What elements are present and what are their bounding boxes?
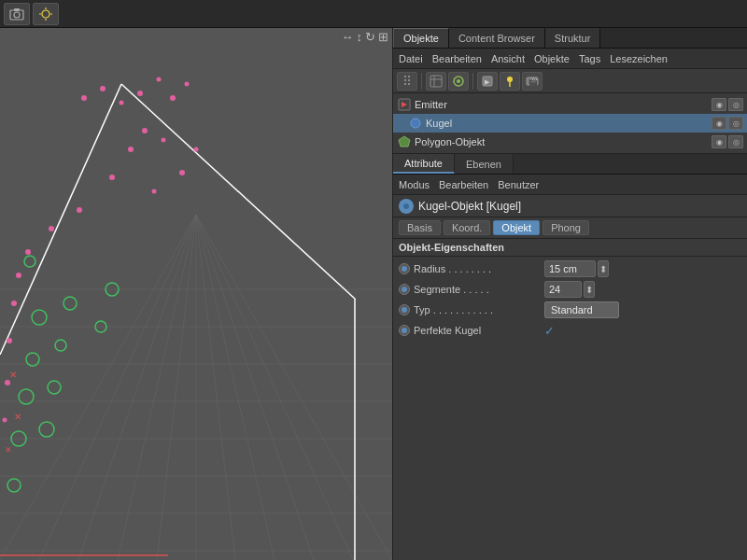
attr-properties: Radius . . . . . . . . ⬍ Segmente . . . …: [393, 257, 747, 560]
toolbar-icon-5[interactable]: 🎬: [522, 72, 543, 91]
kugel-lock-btn[interactable]: ◎: [728, 117, 743, 130]
menu-objekte[interactable]: Objekte: [534, 53, 570, 64]
tab-attribute[interactable]: Attribute: [393, 154, 455, 174]
move-icon[interactable]: ↔: [342, 30, 354, 44]
toolbar-icon-4[interactable]: [500, 72, 520, 91]
svg-point-89: [403, 203, 409, 209]
prop-perfekte-kugel-radio[interactable]: [399, 325, 410, 336]
toolbar-icon-1[interactable]: [426, 72, 446, 91]
svg-point-49: [7, 338, 12, 343]
tab-objekte[interactable]: Objekte: [393, 28, 449, 48]
tree-item-emitter[interactable]: Emitter ◉ ◎: [393, 95, 747, 114]
svg-point-40: [179, 170, 185, 175]
svg-point-42: [109, 175, 115, 180]
tree-item-kugel[interactable]: Kugel ◉ ◎: [393, 114, 747, 133]
attr-title-row: Kugel-Objekt [Kugel]: [393, 195, 747, 217]
svg-text:🎬: 🎬: [529, 77, 538, 86]
prop-typ-label: Typ . . . . . . . . . . .: [414, 304, 544, 315]
svg-rect-69: [404, 79, 406, 81]
svg-point-45: [49, 226, 54, 231]
subtab-basis[interactable]: Basis: [399, 220, 441, 235]
prop-typ-dropdown[interactable]: Standard: [544, 301, 619, 318]
polygon-vis-btn[interactable]: ◉: [712, 135, 726, 148]
toolbar-sep-1: [421, 73, 422, 90]
polygon-icon: [397, 134, 412, 149]
attr-menu-modus[interactable]: Modus: [399, 179, 430, 190]
prop-radius-radio[interactable]: [399, 263, 410, 274]
menu-datei[interactable]: Datei: [399, 53, 423, 64]
tab-ebenen[interactable]: Ebenen: [455, 154, 514, 174]
svg-text:✕: ✕: [14, 412, 21, 422]
attr-subtabs: Basis Koord. Objekt Phong: [393, 217, 747, 239]
prop-perfekte-kugel-row: Perfekte Kugel ✓: [393, 320, 747, 341]
svg-rect-71: [404, 83, 406, 85]
svg-point-34: [157, 77, 162, 82]
menu-ansicht[interactable]: Ansicht: [491, 53, 525, 64]
svg-point-80: [507, 77, 513, 82]
attr-title-icon: [399, 199, 414, 214]
subtab-koord[interactable]: Koord.: [444, 220, 490, 235]
panel-menubar: Datei Bearbeiten Ansicht Objekte Tags Le…: [393, 49, 747, 69]
attr-tabs: Attribute Ebenen: [393, 154, 747, 175]
svg-point-77: [457, 79, 460, 83]
subtab-phong[interactable]: Phong: [543, 220, 589, 235]
emitter-label: Emitter: [415, 99, 712, 110]
attr-menu-benutzer[interactable]: Benutzer: [498, 179, 539, 190]
svg-point-50: [5, 380, 10, 385]
svg-rect-67: [404, 76, 406, 77]
svg-point-30: [81, 95, 87, 101]
emitter-icon: [397, 97, 412, 112]
polygon-lock-btn[interactable]: ◎: [728, 135, 743, 148]
attr-menu-bearbeiten[interactable]: Bearbeiten: [439, 179, 488, 190]
menu-lesezeichen[interactable]: Lesezeichen: [610, 53, 668, 64]
rotate-icon[interactable]: ↻: [365, 30, 375, 44]
svg-point-44: [77, 207, 82, 213]
viewport[interactable]: ✕ ✕ ✕ ↔ ↕ ↻ ⊞: [0, 28, 392, 560]
attr-panel: Modus Bearbeiten Benutzer Kugel-Objekt […: [393, 175, 747, 560]
svg-point-86: [411, 119, 420, 128]
menu-bearbeiten[interactable]: Bearbeiten: [432, 53, 482, 64]
prop-radius-input[interactable]: [544, 260, 596, 277]
emitter-actions: ◉ ◎: [712, 98, 743, 111]
prop-segmente-input[interactable]: [544, 281, 582, 298]
svg-point-46: [25, 249, 31, 255]
toolbar-icon-3[interactable]: ▶: [477, 72, 498, 91]
svg-point-41: [194, 147, 199, 152]
light-icon-btn[interactable]: [33, 3, 59, 25]
kugel-label: Kugel: [426, 118, 712, 129]
svg-point-39: [128, 147, 134, 152]
svg-point-37: [142, 128, 148, 133]
attr-title: Kugel-Objekt [Kugel]: [418, 200, 521, 213]
prop-typ-radio[interactable]: [399, 304, 410, 315]
tree-item-polygon[interactable]: Polygon-Objekt ◉ ◎: [393, 133, 747, 151]
tab-struktur[interactable]: Struktur: [545, 28, 601, 48]
kugel-vis-btn[interactable]: ◉: [712, 117, 726, 130]
polygon-actions: ◉ ◎: [712, 135, 743, 148]
svg-point-38: [162, 138, 166, 143]
svg-text:✕: ✕: [5, 445, 12, 455]
prop-perfekte-kugel-check[interactable]: ✓: [544, 324, 555, 338]
grid-icon[interactable]: ⊞: [378, 30, 388, 44]
camera-icon-btn[interactable]: [4, 3, 30, 25]
menu-tags[interactable]: Tags: [579, 53, 600, 64]
attr-section-title: Objekt-Eigenschaften: [393, 239, 747, 257]
svg-point-36: [185, 82, 190, 87]
svg-point-43: [152, 189, 157, 194]
toolbar-icon-2[interactable]: [448, 72, 469, 91]
attr-menubar: Modus Bearbeiten Benutzer: [393, 175, 747, 195]
subtab-objekt[interactable]: Objekt: [493, 220, 540, 235]
prop-typ-value-text: Standard: [551, 304, 593, 315]
prop-perfekte-kugel-label: Perfekte Kugel: [414, 325, 544, 336]
svg-point-47: [16, 273, 21, 278]
prop-radius-spinner[interactable]: ⬍: [598, 260, 609, 277]
svg-point-31: [100, 86, 106, 91]
svg-rect-68: [408, 76, 410, 77]
toolbar-sep-2: [472, 73, 473, 90]
pan-icon[interactable]: ↕: [357, 30, 363, 44]
emitter-vis-btn[interactable]: ◉: [712, 98, 726, 111]
prop-segmente-spinner[interactable]: ⬍: [584, 281, 595, 298]
tab-content-browser[interactable]: Content Browser: [449, 28, 545, 48]
emitter-lock-btn[interactable]: ◎: [728, 98, 743, 111]
prop-segmente-radio[interactable]: [399, 284, 410, 295]
prop-segmente-label: Segmente . . . . .: [414, 284, 544, 295]
